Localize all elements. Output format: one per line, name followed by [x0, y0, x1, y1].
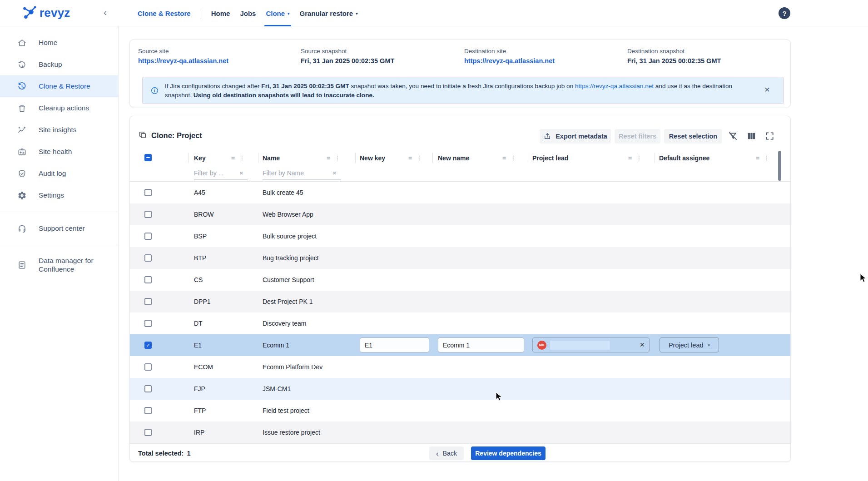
back-button[interactable]: ‹ Back — [429, 446, 464, 460]
table-row-ecom[interactable]: ECOM Ecomm Platform Dev — [130, 356, 790, 378]
cell-key: ECOM — [194, 356, 213, 378]
table-row-brow[interactable]: BROW Web Browser App — [130, 203, 790, 225]
new-key-input[interactable] — [360, 337, 429, 352]
row-checkbox[interactable] — [144, 298, 152, 305]
row-checkbox[interactable] — [144, 363, 152, 371]
cell-key: BTP — [194, 247, 206, 269]
nav-item-granular-restore[interactable]: Granular restore▾ — [300, 0, 358, 26]
cell-name: Customer Support — [263, 269, 314, 291]
row-checkbox[interactable] — [144, 407, 152, 414]
field-value: Fri, 31 Jan 2025 00:02:35 GMT — [301, 57, 394, 64]
row-checkbox[interactable] — [144, 320, 152, 327]
clear-lead-icon[interactable]: × — [640, 340, 645, 350]
row-checkbox[interactable] — [144, 429, 152, 436]
project-lead-field[interactable]: MK × — [532, 337, 650, 352]
table-row-irp[interactable]: IRP Issue restore project — [130, 421, 790, 443]
column-header-default-assignee[interactable]: Default assignee — [659, 150, 709, 165]
table-row-bsp[interactable]: BSP Bulk source project — [130, 225, 790, 247]
row-checkbox[interactable] — [144, 385, 152, 392]
new-name-input[interactable] — [438, 337, 524, 352]
default-assignee-dropdown[interactable]: Project lead▾ — [660, 337, 719, 352]
field-label: Source site — [138, 48, 228, 55]
row-checkbox[interactable] — [144, 342, 152, 349]
filter-name: × — [263, 167, 341, 179]
sidebar-collapse-icon[interactable]: ‹ — [104, 7, 107, 18]
clone-table-panel: Clone: Project Export metadata Reset fil… — [129, 116, 791, 462]
review-dependencies-button[interactable]: Review dependencies — [471, 446, 546, 460]
column-resize-icon[interactable]: = — [231, 154, 235, 162]
sidebar-item-data-manager-for-confluence[interactable]: Data manager for Confluence — [0, 251, 118, 279]
export-icon — [543, 132, 551, 140]
reset-filters-button[interactable]: Reset filters — [615, 129, 660, 144]
row-checkbox[interactable] — [144, 276, 152, 283]
banner-link[interactable]: https://revyz-qa.atlassian.net — [575, 83, 654, 89]
sidebar-item-support-center[interactable]: Support center — [0, 218, 118, 239]
column-header-project-lead[interactable]: Project lead — [532, 150, 568, 165]
breadcrumb[interactable]: Clone & Restore — [138, 10, 191, 17]
fullscreen-icon[interactable] — [764, 131, 775, 141]
cell-name: Issue restore project — [263, 421, 320, 443]
column-resize-icon[interactable]: = — [628, 154, 632, 162]
nav-item-clone[interactable]: Clone▾ — [266, 0, 289, 26]
row-checkbox[interactable] — [144, 233, 152, 240]
sidebar-item-site-insights[interactable]: Site insights — [0, 119, 118, 141]
cell-key: E1 — [194, 334, 202, 356]
sidebar-item-home[interactable]: Home — [0, 32, 118, 54]
table-row-dt[interactable]: DT Discovery team — [130, 312, 790, 334]
reset-selection-button[interactable]: Reset selection — [664, 129, 722, 144]
row-checkbox[interactable] — [144, 189, 152, 196]
table-row-a45[interactable]: A45 Bulk create 45 — [130, 182, 790, 203]
column-menu-icon[interactable]: ⋮ — [764, 154, 769, 161]
select-all-checkbox[interactable] — [144, 154, 152, 161]
nav-item-jobs[interactable]: Jobs — [240, 0, 256, 26]
column-menu-icon[interactable]: ⋮ — [510, 154, 516, 161]
insights-icon — [17, 125, 27, 135]
columns-icon[interactable] — [746, 131, 757, 141]
column-resize-icon[interactable]: = — [502, 154, 506, 162]
table-row-btp[interactable]: BTP Bug tracking project — [130, 247, 790, 269]
column-menu-icon[interactable]: ⋮ — [239, 154, 245, 161]
close-icon[interactable]: × — [761, 84, 773, 95]
column-menu-icon[interactable]: ⋮ — [334, 154, 340, 161]
column-divider — [355, 153, 356, 163]
sidebar-item-clone-restore[interactable]: Clone & Restore — [0, 75, 118, 97]
site-link[interactable]: https://revyz-qa.atlassian.net — [138, 57, 228, 64]
column-header-key[interactable]: Key — [194, 150, 206, 165]
table-row-e1[interactable]: E1 Ecomm 1MK ×Project lead▾ — [130, 334, 790, 356]
site-link[interactable]: https://revyz-qa.atlassian.net — [464, 57, 555, 64]
column-resize-icon[interactable]: = — [327, 154, 330, 162]
row-checkbox[interactable] — [144, 254, 152, 262]
filter-off-icon[interactable] — [728, 131, 738, 141]
clear-filter-icon[interactable]: × — [239, 169, 243, 177]
column-resize-icon[interactable]: = — [756, 154, 759, 162]
column-menu-icon[interactable]: ⋮ — [636, 154, 642, 161]
cell-name: Web Browser App — [263, 203, 313, 225]
help-icon[interactable]: ? — [779, 7, 790, 19]
field-label: Destination snapshot — [627, 48, 721, 55]
column-header-new-key[interactable]: New key — [360, 150, 385, 165]
nav-item-home[interactable]: Home — [211, 0, 230, 26]
cell-name: Bulk create 45 — [263, 182, 303, 203]
column-menu-icon[interactable]: ⋮ — [416, 154, 422, 161]
column-resize-icon[interactable]: = — [408, 154, 412, 162]
sidebar-item-cleanup-actions[interactable]: Cleanup actions — [0, 97, 118, 119]
table-scrollbar-thumb[interactable] — [778, 151, 781, 181]
filter-input-key[interactable] — [194, 169, 239, 177]
sidebar-item-site-health[interactable]: Site health — [0, 141, 118, 163]
table-row-ftp[interactable]: FTP Field test project — [130, 400, 790, 421]
filter-input-name[interactable] — [263, 169, 332, 177]
table-row-fjp[interactable]: FJP JSM-CM1 — [130, 378, 790, 400]
row-checkbox[interactable] — [144, 211, 152, 218]
table-row-dpp1[interactable]: DPP1 Dest Project PK 1 — [130, 291, 790, 312]
export-metadata-button[interactable]: Export metadata — [540, 129, 611, 144]
sidebar-item-backup[interactable]: Backup — [0, 54, 118, 75]
chevron-down-icon: ▾ — [288, 11, 290, 16]
sidebar-item-audit-log[interactable]: Audit log — [0, 163, 118, 184]
clear-filter-icon[interactable]: × — [332, 169, 337, 177]
column-header-name[interactable]: Name — [263, 150, 280, 165]
sidebar-item-settings[interactable]: Settings — [0, 184, 118, 206]
column-header-new-name[interactable]: New name — [438, 150, 469, 165]
info-icon — [150, 86, 159, 95]
table-row-cs[interactable]: CS Customer Support — [130, 269, 790, 291]
column-divider — [528, 153, 528, 163]
